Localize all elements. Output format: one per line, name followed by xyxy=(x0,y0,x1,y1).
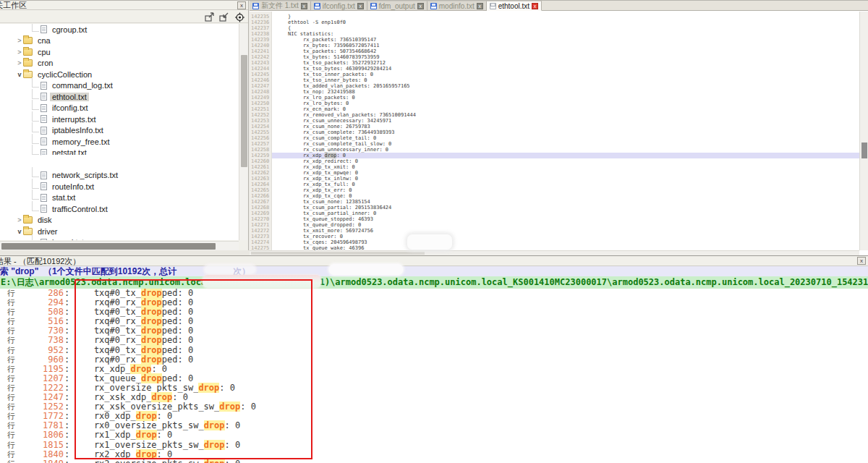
workspace-title: 关工作区 xyxy=(0,1,27,10)
line-number: 142245 xyxy=(250,72,270,77)
editor-line-text: { xyxy=(288,25,291,31)
tree-item-trafficcontrol-txt[interactable]: trafficControl.txt xyxy=(0,203,239,215)
tab-close-icon[interactable]: x xyxy=(301,3,307,9)
result-line-number: 1806 xyxy=(19,430,64,440)
tree-item-cpu[interactable]: >cpu xyxy=(0,46,239,58)
result-line-number: 730 xyxy=(19,326,64,336)
editor-hscroll-thumb[interactable] xyxy=(251,252,425,255)
editor-line: 142272 tx_xmit_more: 569724756 xyxy=(250,228,859,234)
tree-item-cgroup-txt[interactable]: cgroup.txt xyxy=(0,24,239,35)
editor-line: 142256 rx_csum_complete_tail: 0 xyxy=(250,135,859,141)
tree-hscroll-thumb[interactable] xyxy=(1,243,216,250)
match-highlight: drop xyxy=(136,430,157,440)
tab-modinfo-txt[interactable]: modinfo.txtx xyxy=(427,1,487,10)
editor-horizontal-scrollbar[interactable] xyxy=(250,250,859,255)
folder-icon xyxy=(23,228,33,235)
line-number: 142260 xyxy=(250,158,270,164)
result-colon: : xyxy=(64,317,69,326)
chevron-right-icon[interactable]: > xyxy=(16,59,23,67)
editor-line-text: tx_tso_inner_packets: 0 xyxy=(288,72,373,77)
chevron-right-icon[interactable]: > xyxy=(16,37,23,44)
result-row[interactable]: 行1195: rx_xdp_drop: 0 xyxy=(0,365,868,374)
result-row-prefix: 行 xyxy=(7,317,15,326)
editor-vscroll-thumb[interactable] xyxy=(861,143,867,158)
editor-line-text: rx_xdp_tx_xmit: 0 xyxy=(288,164,355,170)
tree-item-lsmod-txt[interactable]: lsmod.txt xyxy=(0,237,239,241)
tree-vertical-scrollbar[interactable] xyxy=(239,24,248,240)
results-close-button[interactable]: x xyxy=(857,257,866,265)
editor-line-text: tx_bytes: 514607839753959 xyxy=(288,54,379,60)
chevron-down-icon[interactable]: v xyxy=(16,71,23,78)
floppy-disk-icon xyxy=(370,3,377,9)
result-match-text: rx0_xdp_drop: 0 xyxy=(73,412,172,421)
line-number: 142249 xyxy=(250,95,270,101)
line-number: 142242 xyxy=(250,54,270,60)
chevron-down-icon[interactable]: v xyxy=(16,228,23,235)
tab-fdm_output[interactable]: fdm_outputx xyxy=(367,1,427,10)
line-number: 142271 xyxy=(250,222,270,228)
chevron-right-icon[interactable]: > xyxy=(16,48,23,56)
result-row-prefix: 行 xyxy=(7,450,15,459)
tab-close-icon[interactable]: x xyxy=(532,3,538,9)
tab-close-icon[interactable]: x xyxy=(477,3,483,9)
result-row-prefix: 行 xyxy=(7,421,15,430)
tab-close-icon[interactable]: x xyxy=(357,3,364,9)
editor-line: 142248 tx_nop: 232419588 xyxy=(250,89,859,95)
expand-all-icon[interactable] xyxy=(204,12,215,22)
tree-vscroll-thumb[interactable] xyxy=(241,55,247,167)
tree-item-cna[interactable]: >cna xyxy=(0,35,239,47)
result-row[interactable]: 行952: txq#0_tx_dropped: 0 xyxy=(0,346,868,355)
chevron-right-icon[interactable]: > xyxy=(16,216,23,224)
editor-line-text: NIC statistics: xyxy=(288,31,333,37)
locate-file-icon[interactable] xyxy=(234,12,245,22)
tree-horizontal-scrollbar[interactable] xyxy=(0,241,239,250)
editor-line: 142258 rx_csum_unnecessary_inner: 0 xyxy=(250,147,859,153)
editor-line: 142264 rx_xdp_tx_full: 0 xyxy=(250,182,859,187)
editor-line-text: tx_queue_stopped: 46393 xyxy=(288,216,373,222)
result-colon: : xyxy=(64,374,69,383)
editor-line-text: tx_queue_dropped: 0 xyxy=(288,222,361,228)
editor-line: 142235} xyxy=(250,14,859,20)
line-number: 142255 xyxy=(250,129,270,135)
editor-line-text: ethtool -S enp1s0f0 xyxy=(288,20,346,25)
line-number: 142239 xyxy=(250,37,270,43)
editor-line: 142252 rx_removed_vlan_packets: 73651009… xyxy=(250,112,859,118)
file-icon xyxy=(41,93,47,101)
editor-line-text: tx_xmit_more: 569724756 xyxy=(288,228,373,234)
line-number: 142269 xyxy=(250,211,270,216)
result-row[interactable]: 行1207: tx_queue_dropped: 0 xyxy=(0,374,868,383)
results-file-path-row[interactable]: E:\日志\armod0523.odata.ncmp.unicom.loca a… xyxy=(0,276,868,289)
tree-item-cron[interactable]: >cron xyxy=(0,58,239,69)
result-row[interactable]: 行1840: rx2_xdp_drop: 0 xyxy=(0,450,868,459)
tree-item-label: ethtool.txt xyxy=(50,93,89,101)
tab-close-icon[interactable]: x xyxy=(417,3,424,9)
editor-line-text: tx_queue_wake: 46396 xyxy=(288,245,364,250)
editor-body[interactable]: 142235}142236ethtool -S enp1s0f0142237{1… xyxy=(250,12,859,250)
tab--1-txt[interactable]: 新文件 1.txtx xyxy=(250,1,311,10)
tab-ethtool-txt[interactable]: ethtool.txtx xyxy=(487,1,542,11)
editor-vertical-scrollbar[interactable] xyxy=(859,12,868,250)
editor-line-text: rx_packets: 736510395147 xyxy=(288,37,376,43)
editor-line: 142250 rx_lro_bytes: 0 xyxy=(250,101,859,106)
result-row[interactable]: 行1849: rx2_oversize_pkts_sw_drop: 0 xyxy=(0,459,868,463)
match-highlight: drop xyxy=(141,316,162,326)
results-file-path-right: ar(1)\armod0523.odata.ncmp.unicom.local_… xyxy=(304,277,868,288)
floppy-disk-icon xyxy=(430,3,437,9)
workspace-close-button[interactable]: x xyxy=(237,1,246,9)
match-highlight: drop xyxy=(219,402,240,412)
editor-line: 142243 tx_tso_packets: 35272932712 xyxy=(250,60,859,66)
editor-line-text: tx_nop: 232419588 xyxy=(288,89,355,95)
result-row-prefix: 行 xyxy=(7,289,15,298)
editor-line: 142238NIC statistics: xyxy=(250,31,859,37)
result-row[interactable]: 行1815: rx1_oversize_pkts_sw_drop: 0 xyxy=(0,441,868,450)
result-row[interactable]: 行960: rxq#0_rx_dropped: 0 xyxy=(0,355,868,365)
result-row[interactable]: 行1806: rx1_xdp_drop: 0 xyxy=(0,430,868,440)
tab-ifconfig-txt[interactable]: ifconfig.txtx xyxy=(311,1,367,10)
collapse-all-icon[interactable] xyxy=(218,12,229,22)
result-match-text: rxq#0_rx_dropped: 0 xyxy=(73,317,193,326)
match-highlight: drop xyxy=(136,449,157,459)
tree-item-netstat-txt[interactable]: netstat.txt xyxy=(0,148,239,159)
result-row[interactable]: 行738: rxq#0_rx_dropped: 0 xyxy=(0,336,868,345)
file-icon xyxy=(41,137,47,145)
tree-item-disk[interactable]: >disk xyxy=(0,215,239,226)
